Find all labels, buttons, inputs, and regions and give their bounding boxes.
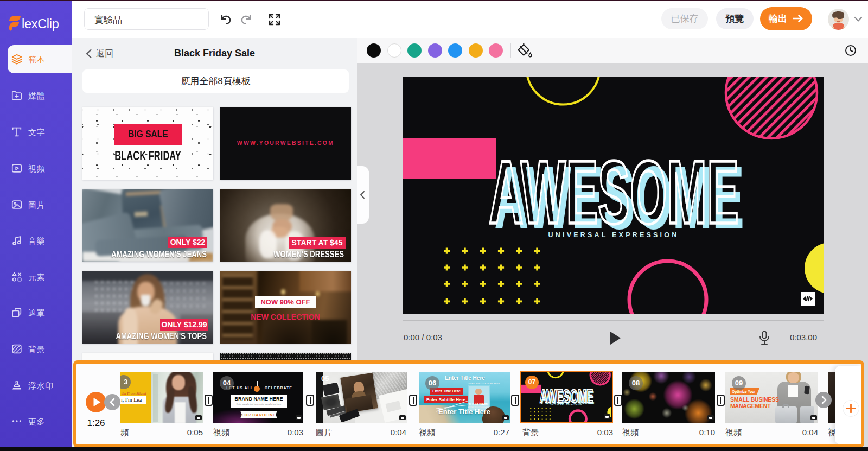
- svg-text:AWESOME: AWESOME: [489, 142, 739, 242]
- svg-text:AWESOME: AWESOME: [540, 386, 593, 406]
- svg-text:lexClip: lexClip: [22, 17, 59, 31]
- svg-text:UNIVERSAL EXPRESSION: UNIVERSAL EXPRESSION: [548, 231, 679, 239]
